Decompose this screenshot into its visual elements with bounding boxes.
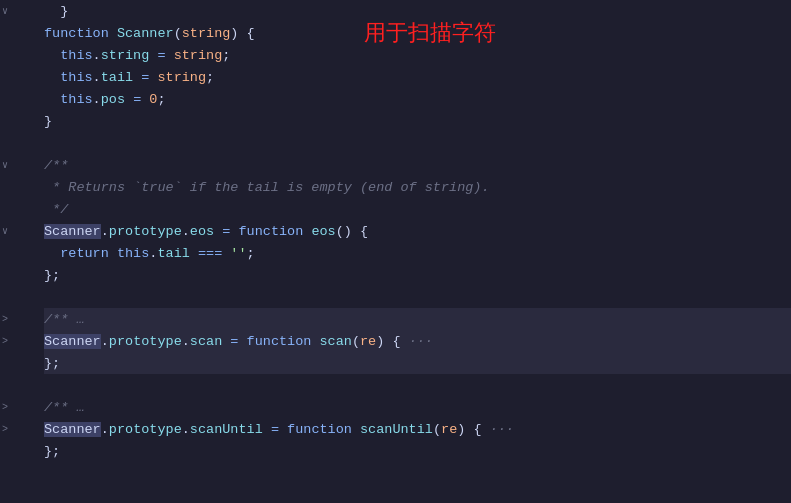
token-dot-eos-2: . — [182, 224, 190, 239]
gutter-row-8 — [0, 154, 36, 176]
token-dot-scanuntil: . — [101, 422, 109, 437]
fold-arrow-20[interactable] — [2, 424, 8, 435]
token-prop-tail: tail — [101, 70, 133, 85]
token-assign-3: = — [125, 92, 149, 107]
code-line-scanuntil-def: Scanner.prototype.scanUntil = function s… — [44, 418, 791, 440]
gutter-row-10 — [0, 198, 36, 220]
code-line-scan-end: }; — [44, 352, 791, 374]
token-dot-eos: . — [101, 224, 109, 239]
gutter-row-6 — [0, 110, 36, 132]
fold-arrow-19[interactable] — [2, 402, 8, 413]
code-line-scanuntil-end: }; — [44, 440, 791, 462]
gutter-row-14 — [0, 286, 36, 308]
fold-arrow-16[interactable] — [2, 336, 8, 347]
code-line-eos-def: Scanner.prototype.eos = function eos() { — [44, 220, 791, 242]
token-prop-pos: pos — [101, 92, 125, 107]
line-gutter — [0, 0, 36, 503]
gutter-row-19 — [0, 396, 36, 418]
token-assign-scanuntil: = — [263, 422, 287, 437]
chinese-annotation: 用于扫描字符 — [364, 18, 496, 48]
token-ellipsis-scanuntil: ··· — [482, 422, 514, 437]
token-scanner-name: Scanner — [117, 26, 174, 41]
code-line-eos-return: return this.tail === ''; — [44, 242, 791, 264]
gutter-row-3 — [0, 44, 36, 66]
fold-arrow-8[interactable] — [2, 159, 8, 171]
gutter-row-22 — [0, 462, 36, 484]
token-paren-scanuntil: ( — [433, 422, 441, 437]
token-end-scanuntil: }; — [44, 444, 60, 459]
token-method-eos: eos — [190, 224, 214, 239]
token-dot-eos-3: . — [149, 246, 157, 261]
token-fn-name-scanuntil: scanUntil — [360, 422, 433, 437]
token-semi-eos: ; — [247, 246, 255, 261]
code-line-jsdoc-close: */ — [44, 198, 791, 220]
token-paren-open: ( — [174, 26, 182, 41]
code-line-close-brace: } — [44, 110, 791, 132]
token-prototype-eos: prototype — [109, 224, 182, 239]
token-indent-eos — [44, 246, 60, 261]
token-strict-eq: === — [190, 246, 231, 261]
code-line-empty-1 — [44, 132, 791, 154]
token-dot-scanuntil-2: . — [182, 422, 190, 437]
token-num-0: 0 — [149, 92, 157, 107]
gutter-row-20 — [0, 418, 36, 440]
gutter-row-17 — [0, 352, 36, 374]
token-dot-1: . — [93, 48, 101, 63]
token-assign-eos: = — [214, 224, 238, 239]
token-scanner-scan: Scanner — [44, 334, 101, 349]
token-this-2: this — [60, 70, 92, 85]
token-fn-kw-eos: function — [238, 224, 311, 239]
token-param-re-until: re — [441, 422, 457, 437]
code-line-jsdoc-open: /** — [44, 154, 791, 176]
code-editor: } function Scanner(string) { 用于扫描字符 this… — [0, 0, 791, 503]
token-fn-name-eos: eos — [311, 224, 335, 239]
token-prototype-scan: prototype — [109, 334, 182, 349]
code-line-jsdoc-content: * Returns `true` if the tail is empty (e… — [44, 176, 791, 198]
token-end-eos: }; — [44, 268, 60, 283]
fold-arrow-1[interactable] — [2, 5, 8, 17]
token-jsdoc-content: * Returns `true` if the tail is empty (e… — [44, 180, 490, 195]
code-line-function-def: function Scanner(string) { 用于扫描字符 — [44, 22, 791, 44]
token-close-brace: } — [44, 114, 52, 129]
token-scanuntil-jsdoc: /** … — [44, 400, 85, 415]
code-line-scanuntil-jsdoc: /** … — [44, 396, 791, 418]
token-this-eos: this — [117, 246, 149, 261]
token-return-eos: return — [60, 246, 117, 261]
gutter-row-13 — [0, 264, 36, 286]
gutter-row-18 — [0, 374, 36, 396]
token-indent — [44, 48, 60, 63]
gutter-row-15 — [0, 308, 36, 330]
code-line-scan-def: Scanner.prototype.scan = function scan(r… — [44, 330, 791, 352]
token-param-re: re — [360, 334, 376, 349]
token-assign-1: = — [149, 48, 173, 63]
token-semi-2: ; — [206, 70, 214, 85]
token-method-scan: scan — [190, 334, 222, 349]
token-dot-scan: . — [101, 334, 109, 349]
token-assign-scan: = — [222, 334, 246, 349]
token-val-tail: string — [157, 70, 206, 85]
token-function-kw: function — [44, 26, 117, 41]
code-content: } function Scanner(string) { 用于扫描字符 this… — [36, 0, 791, 503]
token-end-scan: }; — [44, 356, 60, 371]
token-this-3: this — [60, 92, 92, 107]
token-scanner-eos: Scanner — [44, 224, 101, 239]
token-ellipsis-scan: ··· — [401, 334, 433, 349]
token-empty-str: '' — [230, 246, 246, 261]
code-line-this-pos: this.pos = 0; — [44, 88, 791, 110]
token-assign-2: = — [133, 70, 157, 85]
gutter-row-2 — [0, 22, 36, 44]
token-paren-scanuntil-close: ) { — [457, 422, 481, 437]
token-jsdoc-close: */ — [44, 202, 68, 217]
gutter-row-9 — [0, 176, 36, 198]
code-line-empty-3 — [44, 374, 791, 396]
token-method-scanuntil: scanUntil — [190, 422, 263, 437]
token-indent-2 — [44, 70, 60, 85]
token-paren-eos: () { — [336, 224, 368, 239]
gutter-row-11 — [0, 220, 36, 242]
fold-arrow-11[interactable] — [2, 225, 8, 237]
token-jsdoc-open: /** — [44, 158, 68, 173]
gutter-row-12 — [0, 242, 36, 264]
fold-arrow-15[interactable] — [2, 314, 8, 325]
token-indent-3 — [44, 92, 60, 107]
gutter-row-7 — [0, 132, 36, 154]
